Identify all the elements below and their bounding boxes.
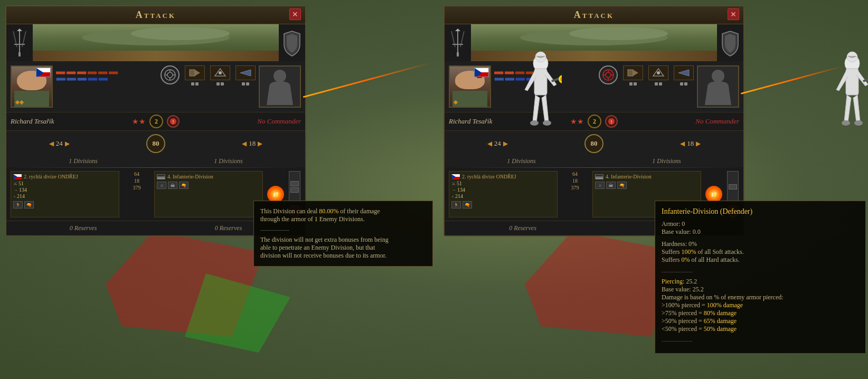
unit-flag-left <box>13 174 22 179</box>
attacker-unit-name-right: 2. rychlá divize ONDŘEJ <box>462 174 516 179</box>
svg-rect-42 <box>534 69 547 95</box>
middle-stats-right: 64 18 379 <box>562 171 588 217</box>
skill-badge-left: 2 <box>149 115 163 128</box>
info-armor-section: Armor: 0 Base value: 0.0 <box>662 220 859 236</box>
panel-title-right: Attack <box>574 10 614 20</box>
sword-icon-right <box>445 27 471 59</box>
dice-row-right: ◀ 24 ▶ 80 ◀ 18 ▶ <box>445 131 743 156</box>
defender-name-right: No Commander <box>618 117 739 126</box>
defender-unit-icons-left: ⚔ 🏔 🔫 <box>157 182 260 189</box>
skill-row-right: ★★ 2 ! <box>570 115 618 128</box>
attacker-portrait-right <box>449 65 491 108</box>
attacker-name-left: Richard Tesařík <box>11 117 132 126</box>
info-hardness-section: Hardness: 0% Suffers 100% of all Soft at… <box>662 240 859 264</box>
attacker-unit-stats-left: ⚔51 →134 +214 <box>13 181 117 199</box>
svg-point-44 <box>530 120 539 126</box>
defender-portrait-left <box>259 65 301 108</box>
unit-icons-left: 🏃 🔫 <box>13 201 117 209</box>
attacker-divisions-right: 1 Divisions <box>449 157 594 165</box>
svg-rect-32 <box>628 70 633 76</box>
skill-badge-right: 2 <box>588 115 601 128</box>
panel-title-left: Attack <box>136 10 176 20</box>
svg-point-53 <box>854 120 863 126</box>
info-divider1: ---------------- <box>662 268 859 274</box>
info-panel-title: Infanterie-Division (Defender) <box>662 207 859 216</box>
tactic-icon2-right <box>648 65 668 86</box>
names-row-left: Richard Tesařík ★★ 2 ! No Commander <box>6 112 305 131</box>
unit-name-row-left: 2. rychlá divize ONDŘEJ <box>13 174 117 179</box>
attacker-reserves-left: 0 Reserves <box>70 224 97 232</box>
defender-unit-name-right: 4. Infanterie-Division <box>606 174 652 179</box>
target-icon-left <box>161 65 180 84</box>
unit-stack-left <box>289 171 300 203</box>
title-bar-right: Attack ✕ <box>445 6 743 24</box>
dice-left-right: ◀ 24 ▶ <box>487 139 508 148</box>
commanders-row-left <box>6 61 305 112</box>
defender-unit-name-row-left: 4. Infanterie-Division <box>157 174 260 179</box>
defender-flag-right <box>595 174 603 179</box>
shield-icon-right-panel <box>717 27 743 59</box>
skill-star-left: ★★ <box>132 117 146 126</box>
dice-right-right: ◀ 18 ▶ <box>680 139 701 148</box>
skill-star-right: ★★ <box>570 117 584 126</box>
soldier-figure-right <box>831 48 868 155</box>
svg-marker-21 <box>455 29 460 31</box>
title-bar-left: Attack ✕ <box>6 6 305 24</box>
svg-point-37 <box>712 70 724 82</box>
svg-marker-36 <box>678 70 689 76</box>
svg-point-15 <box>219 71 222 74</box>
close-button-left[interactable]: ✕ <box>289 8 301 20</box>
defender-tactic-right <box>674 65 694 86</box>
tooltip-line2: through the armor of 1 Enemy Divisions. <box>260 215 426 223</box>
landscape-banner-right <box>445 24 743 61</box>
damage-tooltip: This Division can deal 80.00% of their d… <box>253 201 433 267</box>
tactic-icons-right <box>623 65 643 86</box>
morale-badge-right: ! <box>605 115 618 128</box>
svg-marker-16 <box>240 70 251 76</box>
defender-name-left: No Commander <box>180 117 301 126</box>
close-button-right[interactable]: ✕ <box>728 8 739 20</box>
svg-rect-50 <box>846 69 858 95</box>
czech-flag-right <box>474 68 489 77</box>
division-count-left: 1 Divisions 1 Divisions <box>6 156 305 167</box>
tooltip-line1: This Division can deal 80.00% of their d… <box>260 207 426 215</box>
svg-marker-33 <box>633 70 638 76</box>
svg-point-17 <box>273 70 286 82</box>
sword-icon-left <box>6 27 33 59</box>
svg-rect-23 <box>457 52 459 56</box>
svg-text:!: ! <box>173 120 174 125</box>
attacker-unit-right: 2. rychlá divize ONDŘEJ ⚔51 →134 +214 🏃 … <box>449 171 558 217</box>
attacker-reserves-right: 0 Reserves <box>509 224 536 232</box>
defender-divisions-left: 1 Divisions <box>156 157 301 165</box>
svg-point-27 <box>606 72 611 78</box>
attacker-unit-name-left: 2. rychlá divize ONDŘEJ <box>24 174 78 179</box>
middle-stats-left: 64 18 379 <box>124 171 150 217</box>
svg-rect-3 <box>18 52 21 56</box>
round-badge-left: 80 <box>146 134 165 153</box>
attack-arrows-left <box>56 65 155 81</box>
morale-badge-left: ! <box>167 115 180 128</box>
info-piercing-section: Piercing: 25.2 Base value: 25.2 Damage i… <box>662 278 859 333</box>
svg-point-35 <box>657 71 660 74</box>
attacker-portrait-left <box>11 65 53 108</box>
round-badge-right: 80 <box>584 134 603 153</box>
shield-icon-left-panel <box>279 27 305 59</box>
svg-text:!: ! <box>611 120 612 125</box>
defender-arrows <box>56 77 155 81</box>
svg-rect-12 <box>190 70 195 76</box>
svg-marker-13 <box>195 70 200 76</box>
dice-left-attacker: ◀ 24 ▶ <box>49 139 70 148</box>
soldier-figure-left <box>520 48 562 155</box>
tooltip-divider: --------------- <box>260 226 426 233</box>
skill-row-left: ★★ 2 ! <box>132 115 180 128</box>
czech-flag-left <box>36 68 51 77</box>
attacker-arrows <box>56 71 155 75</box>
commanders-row-right <box>445 61 743 112</box>
defender-flag-left <box>157 174 165 179</box>
defender-divisions-right: 1 Divisions <box>594 157 739 165</box>
landscape-banner-left <box>6 24 305 61</box>
unit-flag-right <box>451 174 460 179</box>
attacker-unit-left: 2. rychlá divize ONDŘEJ ⚔51 →134 +214 🏃 … <box>11 171 119 217</box>
defender-unit-name-text-left: 4. Infanterie-Division <box>167 174 213 179</box>
defender-reserves-left: 0 Reserves <box>215 224 242 232</box>
